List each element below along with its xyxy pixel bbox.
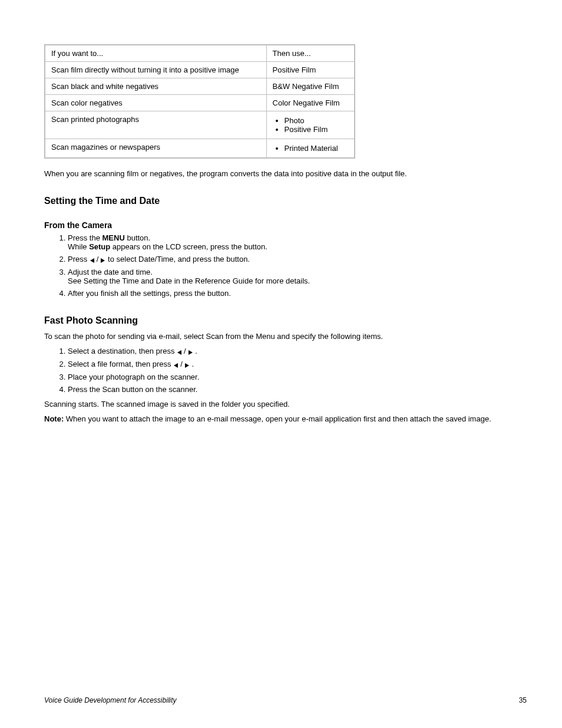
svg-marker-0 — [90, 258, 94, 263]
table-row: Scan magazines or newspapers Printed Mat… — [45, 139, 355, 159]
fast-photo-steps: Select a destination, then press / . Sel… — [44, 347, 527, 394]
svg-marker-5 — [185, 363, 189, 368]
options-table: If you want to... Then use... Scan film … — [44, 44, 355, 159]
step-text: Press the MENU button. While Setup appea… — [68, 233, 267, 251]
arrow-pair: / — [173, 360, 191, 368]
triangle-left-icon — [177, 347, 183, 356]
table-cell: Scan color negatives — [45, 95, 266, 111]
triangle-left-icon — [90, 255, 95, 264]
table-cell: Printed Material — [266, 139, 355, 159]
table-header-left: If you want to... — [45, 45, 266, 62]
step-text: Press / to select Date/Time, and press t… — [68, 255, 250, 263]
section-intro: To scan the photo for sending via e-mail… — [44, 332, 527, 341]
table-cell: Color Negative Film — [266, 95, 355, 111]
step-text: Select a destination, then press / . — [68, 347, 197, 355]
table-header-right: Then use... — [266, 45, 355, 62]
list-item: Select a destination, then press / . — [68, 347, 527, 356]
table-row: Scan printed photographs Photo Positive … — [45, 111, 355, 139]
step-text: Adjust the date and time. See Setting th… — [68, 268, 310, 285]
table-cell: Scan printed photographs — [45, 111, 266, 139]
list-item: Photo — [285, 116, 348, 125]
note-label: Note: — [44, 414, 64, 423]
section-after-text: Scanning starts. The scanned image is sa… — [44, 400, 527, 409]
list-item: Press the Scan button on the scanner. — [68, 385, 527, 394]
list-item: Place your photograph on the scanner. — [68, 373, 527, 381]
table-cell: Scan magazines or newspapers — [45, 139, 266, 159]
note-text: When you want to attach the image to an … — [66, 414, 491, 423]
svg-marker-4 — [174, 363, 178, 368]
arrow-pair: / — [90, 255, 108, 263]
list-item: Press / to select Date/Time, and press t… — [68, 255, 527, 264]
step-text: Select a file format, then press / . — [68, 360, 194, 368]
footer-left: Voice Guide Development for Accessibilit… — [44, 696, 177, 704]
svg-marker-1 — [101, 258, 105, 263]
step-text: Press the Scan button on the scanner. — [68, 385, 197, 394]
list-item: Press the MENU button. While Setup appea… — [68, 233, 527, 251]
table-cell: B&W Negative Film — [266, 78, 355, 95]
note: Note: When you want to attach the image … — [44, 414, 527, 423]
section-heading-fast-photo: Fast Photo Scanning — [44, 315, 527, 326]
svg-marker-2 — [177, 350, 181, 355]
triangle-left-icon — [173, 360, 179, 369]
list-item: Adjust the date and time. See Setting th… — [68, 268, 527, 285]
footer-page-number: 35 — [519, 696, 527, 704]
arrow-pair: / — [177, 347, 195, 355]
list-item: Printed Material — [285, 144, 348, 153]
table-cell: Photo Positive Film — [266, 111, 355, 139]
triangle-right-icon — [100, 255, 105, 264]
table-cell: Scan film directly without turning it in… — [45, 62, 266, 78]
table-cell: Scan black and white negatives — [45, 78, 266, 95]
list-item: Positive Film — [285, 125, 348, 134]
page-footer: Voice Guide Development for Accessibilit… — [44, 696, 527, 704]
table-row: Scan black and white negatives B&W Negat… — [45, 78, 355, 95]
section-heading-time-date: Setting the Time and Date — [44, 196, 527, 206]
svg-marker-3 — [189, 350, 193, 355]
triangle-right-icon — [184, 360, 190, 369]
table-cell: Positive Film — [266, 62, 355, 78]
table-caption: When you are scanning film or negatives,… — [44, 169, 468, 178]
subsection-heading-from-camera: From the Camera — [44, 220, 527, 230]
time-date-steps: Press the MENU button. While Setup appea… — [44, 233, 527, 298]
step-text: Place your photograph on the scanner. — [68, 373, 199, 381]
table-row: Scan film directly without turning it in… — [45, 62, 355, 78]
triangle-right-icon — [187, 347, 193, 356]
table-header-row: If you want to... Then use... — [45, 45, 355, 62]
list-item: After you finish all the settings, press… — [68, 289, 527, 298]
list-item: Select a file format, then press / . — [68, 360, 527, 369]
step-text: After you finish all the settings, press… — [68, 289, 231, 298]
table-row: Scan color negatives Color Negative Film — [45, 95, 355, 111]
